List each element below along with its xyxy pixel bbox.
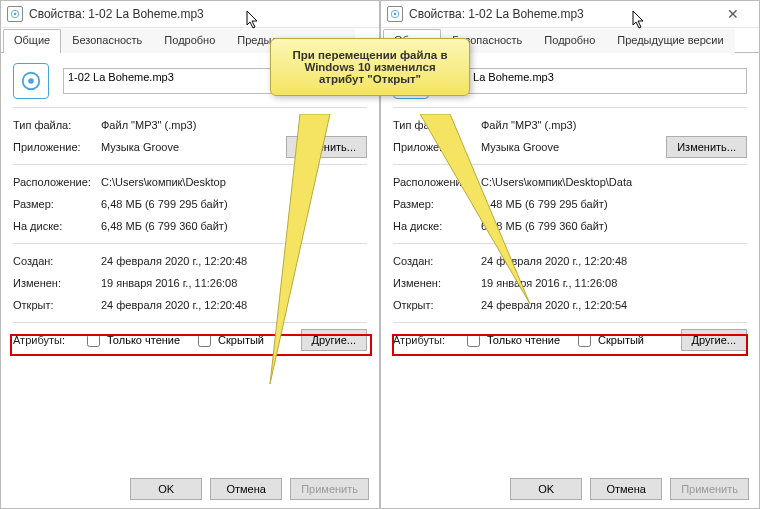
tab-security[interactable]: Безопасность bbox=[441, 29, 533, 53]
modified-label: Изменен: bbox=[393, 277, 481, 289]
svg-point-5 bbox=[394, 13, 397, 16]
app-value: Музыка Groove bbox=[481, 141, 666, 153]
advanced-button[interactable]: Другие... bbox=[301, 329, 367, 351]
sizeondisk-label: На диске: bbox=[13, 220, 101, 232]
accessed-value: 24 февраля 2020 г., 12:20:54 bbox=[481, 299, 747, 311]
accessed-label: Открыт: bbox=[393, 299, 481, 311]
created-value: 24 февраля 2020 г., 12:20:48 bbox=[101, 255, 367, 267]
location-value: C:\Users\компик\Desktop bbox=[101, 176, 367, 188]
advanced-button[interactable]: Другие... bbox=[681, 329, 747, 351]
tab-prev-versions[interactable]: Предыдущие версии bbox=[226, 29, 354, 53]
file-icon bbox=[387, 6, 403, 22]
file-icon bbox=[7, 6, 23, 22]
close-button[interactable]: ✕ bbox=[713, 1, 753, 27]
size-label: Размер: bbox=[393, 198, 481, 210]
svg-point-7 bbox=[408, 78, 414, 84]
modified-value: 19 января 2016 г., 11:26:08 bbox=[481, 277, 747, 289]
location-label: Расположение: bbox=[13, 176, 101, 188]
size-value: 6,48 МБ (6 799 295 байт) bbox=[481, 198, 747, 210]
accessed-label: Открыт: bbox=[13, 299, 101, 311]
hidden-checkbox[interactable]: Скрытый bbox=[194, 331, 264, 350]
app-label: Приложение: bbox=[393, 141, 481, 153]
svg-point-1 bbox=[14, 13, 17, 16]
size-value: 6,48 МБ (6 799 295 байт) bbox=[101, 198, 367, 210]
apply-button[interactable]: Применить bbox=[670, 478, 749, 500]
properties-window-right: Свойства: 1-02 La Boheme.mp3 ✕ Общие Без… bbox=[380, 0, 760, 509]
filetype-value: Файл "MP3" (.mp3) bbox=[101, 119, 367, 131]
hidden-checkbox[interactable]: Скрытый bbox=[574, 331, 644, 350]
created-label: Создан: bbox=[13, 255, 101, 267]
readonly-checkbox[interactable]: Только чтение bbox=[463, 331, 560, 350]
accessed-value: 24 февраля 2020 г., 12:20:48 bbox=[101, 299, 367, 311]
filename-input[interactable]: 1-02 La Boheme.mp3 bbox=[63, 68, 367, 94]
cancel-button[interactable]: Отмена bbox=[590, 478, 662, 500]
tabs: Общие Безопасность Подробно Предыдущие в… bbox=[1, 28, 379, 53]
attributes-label: Атрибуты: bbox=[393, 334, 459, 346]
dialog-buttons: OK Отмена Применить bbox=[510, 478, 749, 500]
modified-label: Изменен: bbox=[13, 277, 101, 289]
filetype-icon bbox=[393, 63, 429, 99]
sizeondisk-label: На диске: bbox=[393, 220, 481, 232]
tab-details[interactable]: Подробно bbox=[153, 29, 226, 53]
sizeondisk-value: 6,48 МБ (6 799 360 байт) bbox=[481, 220, 747, 232]
tabs: Общие Безопасность Подробно Предыдущие в… bbox=[381, 28, 759, 53]
filetype-label: Тип файла: bbox=[13, 119, 101, 131]
window-title: Свойства: 1-02 La Boheme.mp3 bbox=[409, 7, 713, 21]
app-label: Приложение: bbox=[13, 141, 101, 153]
ok-button[interactable]: OK bbox=[130, 478, 202, 500]
readonly-checkbox[interactable]: Только чтение bbox=[83, 331, 180, 350]
svg-point-3 bbox=[28, 78, 34, 84]
location-value: C:\Users\компик\Desktop\Data bbox=[481, 176, 747, 188]
titlebar[interactable]: Свойства: 1-02 La Boheme.mp3 bbox=[1, 1, 379, 28]
filetype-value: Файл "MP3" (.mp3) bbox=[481, 119, 747, 131]
properties-window-left: Свойства: 1-02 La Boheme.mp3 Общие Безоп… bbox=[0, 0, 380, 509]
attributes-label: Атрибуты: bbox=[13, 334, 79, 346]
tab-general[interactable]: Общие bbox=[383, 29, 441, 53]
tab-security[interactable]: Безопасность bbox=[61, 29, 153, 53]
created-value: 24 февраля 2020 г., 12:20:48 bbox=[481, 255, 747, 267]
created-label: Создан: bbox=[393, 255, 481, 267]
change-app-button[interactable]: Изменить... bbox=[666, 136, 747, 158]
filename-input[interactable]: 1-02 La Boheme.mp3 bbox=[443, 68, 747, 94]
apply-button[interactable]: Применить bbox=[290, 478, 369, 500]
location-label: Расположение: bbox=[393, 176, 481, 188]
titlebar[interactable]: Свойства: 1-02 La Boheme.mp3 ✕ bbox=[381, 1, 759, 28]
sizeondisk-value: 6,48 МБ (6 799 360 байт) bbox=[101, 220, 367, 232]
ok-button[interactable]: OK bbox=[510, 478, 582, 500]
size-label: Размер: bbox=[13, 198, 101, 210]
change-app-button[interactable]: Изменить... bbox=[286, 136, 367, 158]
filetype-label: Тип файла: bbox=[393, 119, 481, 131]
modified-value: 19 января 2016 г., 11:26:08 bbox=[101, 277, 367, 289]
cancel-button[interactable]: Отмена bbox=[210, 478, 282, 500]
tab-prev-versions[interactable]: Предыдущие версии bbox=[606, 29, 734, 53]
tab-details[interactable]: Подробно bbox=[533, 29, 606, 53]
filetype-icon bbox=[13, 63, 49, 99]
app-value: Музыка Groove bbox=[101, 141, 286, 153]
dialog-buttons: OK Отмена Применить bbox=[130, 478, 369, 500]
tab-general[interactable]: Общие bbox=[3, 29, 61, 53]
window-title: Свойства: 1-02 La Boheme.mp3 bbox=[29, 7, 373, 21]
